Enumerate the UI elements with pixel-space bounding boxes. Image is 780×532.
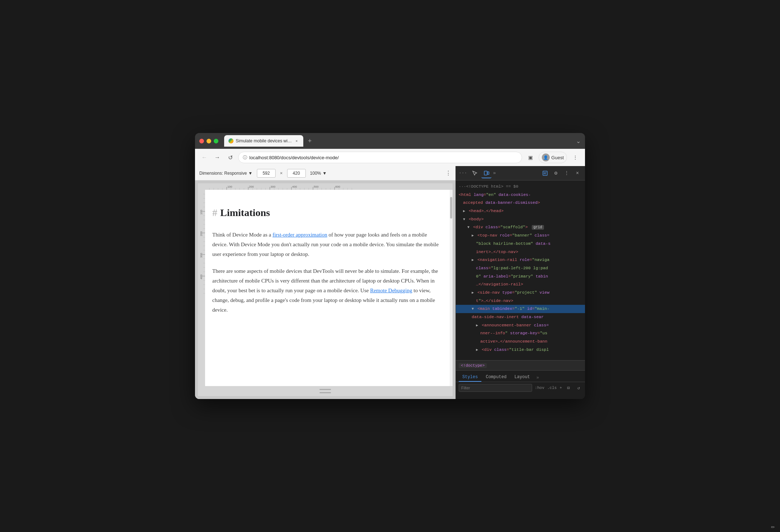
- navrail-tag2: class="lg:pad-left-200 lg:pad: [476, 266, 548, 270]
- svg-text:100: 100: [227, 185, 232, 188]
- dom-line-sidenav2[interactable]: t">…</side-nav>: [456, 297, 585, 305]
- sidenav-triangle[interactable]: ▶: [472, 291, 474, 295]
- inspect-element-button[interactable]: [470, 168, 480, 178]
- tab-styles[interactable]: Styles: [459, 373, 481, 382]
- dom-line-html[interactable]: <html lang="en" data-cookies-: [456, 191, 585, 199]
- dom-line-head[interactable]: ▶ <head>…</head>: [456, 207, 585, 215]
- dom-line-topnav3[interactable]: inert>…</top-nav>: [456, 248, 585, 256]
- topnav-tag3: inert>…</top-nav>: [476, 249, 518, 254]
- url-bar[interactable]: ⓘ localhost:8080/docs/devtools/device-mo…: [238, 152, 522, 163]
- paragraph-2: There are some aspects of mobile devices…: [212, 266, 439, 315]
- dom-line-html2[interactable]: accepted data-banner-dismissed>: [456, 199, 585, 207]
- dom-line-navrail4[interactable]: …</navigation-rail>: [456, 280, 585, 289]
- console-panel-button[interactable]: [540, 169, 550, 178]
- refresh-styles-icon[interactable]: ↺: [575, 384, 582, 391]
- active-tab[interactable]: Simulate mobile devices with D ×: [224, 135, 303, 147]
- dom-line-doctype[interactable]: ···<!DOCTYPE html> == $0: [456, 183, 585, 191]
- dom-line-main[interactable]: ▼ <main tabindex="-1" id="main-: [456, 305, 585, 313]
- head-triangle[interactable]: ▶: [463, 209, 465, 213]
- svg-text:200: 200: [200, 231, 203, 236]
- dom-line-body[interactable]: ▼ <body>: [456, 215, 585, 224]
- cls-button[interactable]: .cls: [547, 386, 557, 390]
- more-options-button[interactable]: ⋮: [562, 169, 571, 178]
- scaffold-triangle[interactable]: ▼: [467, 225, 470, 229]
- scrollbar-thumb[interactable]: [450, 197, 452, 219]
- chrome-menu-button[interactable]: ⋮: [570, 152, 581, 163]
- device-mode-icon: [484, 170, 489, 176]
- devtools-panel: ··· »: [455, 166, 585, 399]
- dom-line-main2[interactable]: data-side-nav-inert data-sear: [456, 313, 585, 321]
- styles-more-tabs[interactable]: »: [534, 374, 541, 382]
- svg-rect-70: [484, 171, 487, 175]
- dom-line-sidenav[interactable]: ▶ <side-nav type="project" view: [456, 289, 585, 297]
- scrollbar[interactable]: [450, 190, 453, 386]
- topnav-tag2: "block hairline-bottom" data-s: [476, 241, 550, 246]
- svg-text:400: 400: [292, 185, 297, 188]
- close-button[interactable]: [199, 139, 204, 143]
- dom-tree[interactable]: ···<!DOCTYPE html> == $0 <html lang="en"…: [456, 180, 585, 360]
- head-tag: <head>…</head>: [469, 208, 504, 213]
- hov-button[interactable]: :hov: [535, 386, 544, 390]
- page-heading: # Limitations: [212, 204, 439, 221]
- zoom-control[interactable]: 100% ▼: [310, 171, 327, 176]
- titlebar-triangle[interactable]: ▶: [476, 348, 478, 352]
- styles-panel: Styles Computed Layout » :hov .cls + ⊟ ↺: [456, 370, 585, 399]
- tab-bar-dropdown[interactable]: ⌄: [576, 138, 581, 145]
- svg-text:200: 200: [249, 185, 254, 188]
- doctype-breadcrumb[interactable]: <!doctype>: [459, 363, 487, 368]
- dom-line-announcement2[interactable]: nner--info" storage-key="us: [456, 329, 585, 338]
- tab-computed[interactable]: Computed: [482, 373, 510, 382]
- close-devtools-button[interactable]: ×: [573, 169, 582, 178]
- announcement-triangle[interactable]: ▶: [476, 324, 478, 327]
- dom-line-navrail[interactable]: ▶ <navigation-rail role="naviga: [456, 256, 585, 264]
- dimensions-dropdown-icon[interactable]: ▼: [248, 171, 253, 176]
- profile-button[interactable]: 👤 Guest: [539, 152, 567, 163]
- dimensions-text: Dimensions: Responsive: [199, 171, 247, 176]
- sidebar-toggle-button[interactable]: ▣: [525, 152, 536, 163]
- dom-line-navrail3[interactable]: 0" aria-label="primary" tabin: [456, 272, 585, 281]
- minimize-button[interactable]: [207, 139, 211, 143]
- sidenav-tag2: t">…</side-nav>: [476, 298, 513, 303]
- reload-button[interactable]: ↺: [225, 152, 235, 162]
- heading-text: Limitations: [220, 204, 270, 221]
- maximize-button[interactable]: [214, 139, 218, 143]
- devtools-dots: ···: [459, 170, 467, 176]
- address-bar: ← → ↺ ⓘ localhost:8080/docs/devtools/dev…: [195, 149, 585, 166]
- grid-badge: grid: [532, 225, 544, 230]
- device-toolbar-more-icon[interactable]: ⋮: [445, 170, 451, 176]
- layer-icon[interactable]: ⊟: [565, 384, 572, 391]
- traffic-lights: [199, 139, 218, 143]
- remote-debugging-link[interactable]: Remote Debugging: [370, 288, 412, 293]
- height-input[interactable]: [287, 169, 306, 178]
- announcement-tag: <announcement-banner class=: [482, 323, 549, 327]
- width-input[interactable]: [257, 169, 276, 178]
- dom-line-scaffold[interactable]: ▼ <div class="scaffold"> grid: [456, 223, 585, 231]
- dom-line-announcement3[interactable]: active>…</announcement-bann: [456, 338, 585, 346]
- styles-filter-input[interactable]: [459, 384, 532, 392]
- ruler-top: 100 200 300 400 500 600: [198, 183, 453, 190]
- svg-text:300: 300: [271, 185, 276, 188]
- forward-button[interactable]: →: [212, 152, 222, 162]
- dom-line-topnav[interactable]: ▶ <top-nav role="banner" class=: [456, 231, 585, 240]
- tab-layout[interactable]: Layout: [511, 373, 534, 382]
- main-triangle[interactable]: ▼: [472, 307, 474, 311]
- new-tab-button[interactable]: +: [305, 136, 315, 146]
- dom-line-announcement[interactable]: ▶ <announcement-banner class=: [456, 321, 585, 330]
- first-order-link[interactable]: first-order approximation: [272, 232, 327, 238]
- navrail-triangle[interactable]: ▶: [472, 258, 474, 262]
- body-triangle[interactable]: ▼: [463, 217, 465, 221]
- tab-close-icon[interactable]: ×: [294, 138, 299, 143]
- device-mode-button[interactable]: [481, 168, 491, 178]
- more-tabs-button[interactable]: »: [493, 170, 496, 176]
- topnav-triangle[interactable]: ▶: [472, 234, 474, 238]
- heading-hash: #: [212, 204, 217, 221]
- settings-button[interactable]: ⚙: [551, 169, 561, 178]
- page-frame[interactable]: # Limitations Think of Device Mode as a …: [205, 190, 450, 386]
- add-style-button[interactable]: +: [559, 386, 562, 390]
- back-button[interactable]: ←: [199, 152, 209, 162]
- dom-line-topnav2[interactable]: "block hairline-bottom" data-s: [456, 240, 585, 248]
- announcement-tag3: active>…</announcement-bann: [480, 339, 547, 344]
- html-tag: <html lang="en" data-cookies-: [459, 192, 531, 197]
- dom-line-titlebar[interactable]: ▶ <div class="title-bar displ: [456, 346, 585, 354]
- dom-line-navrail2[interactable]: class="lg:pad-left-200 lg:pad: [456, 264, 585, 272]
